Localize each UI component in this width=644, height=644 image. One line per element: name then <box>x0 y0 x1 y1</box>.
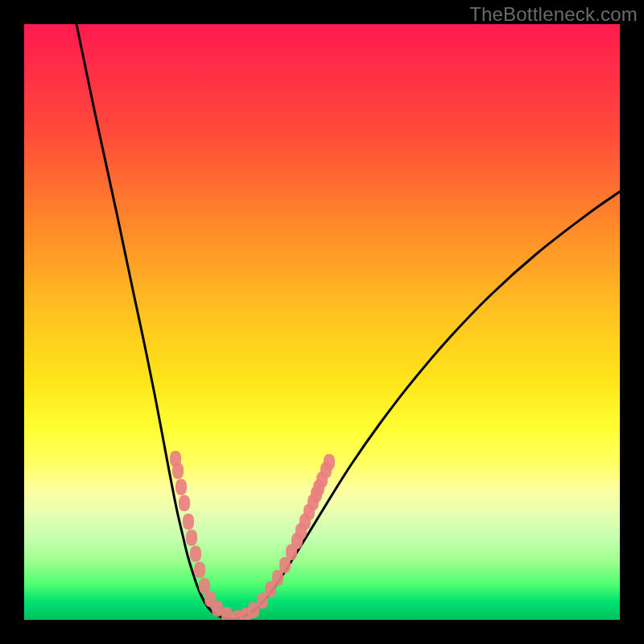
marker-left-markers-11 <box>221 607 233 620</box>
marker-left-markers-7 <box>194 562 205 578</box>
chart-frame: TheBottleneck.com <box>0 0 644 644</box>
marker-left-markers-5 <box>186 530 197 546</box>
marker-left-markers-10 <box>212 601 223 617</box>
watermark-text: TheBottleneck.com <box>469 3 638 26</box>
marker-right-markers-4 <box>272 570 283 586</box>
curve-left-curve <box>76 24 232 620</box>
marker-left-markers-6 <box>190 546 201 562</box>
marker-left-markers-3 <box>179 495 190 511</box>
markers-group <box>170 451 335 620</box>
marker-right-markers-16 <box>324 454 335 470</box>
plot-gradient-background <box>24 24 620 620</box>
marker-left-markers-4 <box>183 514 194 530</box>
marker-left-markers-1 <box>172 463 184 479</box>
marker-left-markers-2 <box>175 479 187 495</box>
curves-group <box>76 24 620 620</box>
plot-svg <box>24 24 620 620</box>
